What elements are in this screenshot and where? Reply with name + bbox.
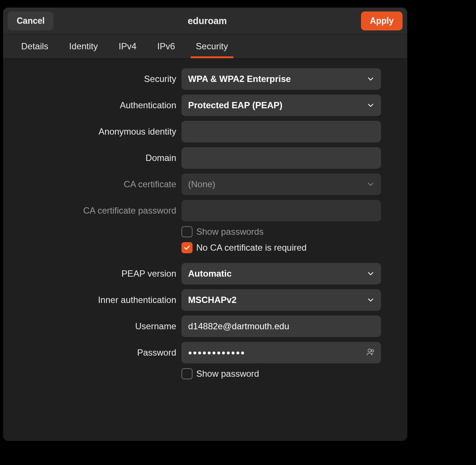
ca-certificate-select[interactable]: (None)	[181, 174, 381, 195]
tab-ipv4[interactable]: IPv4	[108, 34, 147, 58]
tab-security[interactable]: Security	[186, 34, 239, 58]
chevron-down-icon	[367, 270, 374, 277]
authentication-value: Protected EAP (PEAP)	[188, 100, 282, 111]
svg-point-1	[371, 350, 374, 352]
password-input[interactable]: ●●●●●●●●●●●●	[181, 342, 381, 363]
apply-button[interactable]: Apply	[361, 11, 403, 30]
peap-version-value: Automatic	[188, 268, 232, 279]
inner-auth-value: MSCHAPv2	[188, 295, 237, 305]
security-select[interactable]: WPA & WPA2 Enterprise	[181, 68, 381, 90]
security-form: Security WPA & WPA2 Enterprise Authentic…	[3, 59, 407, 441]
show-passwords-label[interactable]: Show passwords	[196, 227, 263, 237]
security-label: Security	[29, 74, 181, 84]
chevron-down-icon	[367, 75, 374, 83]
ca-cert-password-input	[181, 200, 381, 221]
tab-ipv6[interactable]: IPv6	[147, 34, 186, 58]
tab-identity[interactable]: Identity	[59, 34, 108, 58]
inner-auth-label: Inner authentication	[29, 295, 181, 305]
ca-certificate-label: CA certificate	[29, 179, 181, 189]
username-input[interactable]: d14882e@dartmouth.edu	[181, 316, 381, 337]
inner-auth-select[interactable]: MSCHAPv2	[181, 289, 381, 311]
store-password-icon[interactable]	[366, 347, 375, 358]
tab-details[interactable]: Details	[11, 34, 59, 58]
chevron-down-icon	[367, 181, 374, 188]
dialog-title: eduroam	[188, 16, 227, 26]
domain-label: Domain	[29, 153, 181, 163]
ca-certificate-value: (None)	[188, 179, 215, 189]
show-passwords-checkbox[interactable]	[181, 226, 193, 237]
peap-version-select[interactable]: Automatic	[181, 263, 381, 284]
username-label: Username	[29, 321, 181, 332]
cancel-button[interactable]: Cancel	[8, 11, 53, 30]
domain-input[interactable]	[181, 147, 381, 169]
authentication-select[interactable]: Protected EAP (PEAP)	[181, 95, 381, 116]
show-password-label[interactable]: Show password	[196, 369, 259, 379]
ca-cert-password-label: CA certificate password	[29, 205, 181, 216]
peap-version-label: PEAP version	[29, 268, 181, 279]
password-label: Password	[29, 347, 181, 358]
chevron-down-icon	[367, 296, 374, 304]
authentication-label: Authentication	[29, 100, 181, 111]
wifi-settings-dialog: Cancel eduroam Apply Details Identity IP…	[3, 7, 407, 441]
dialog-header: Cancel eduroam Apply	[3, 8, 407, 34]
no-ca-required-checkbox[interactable]	[181, 242, 193, 253]
no-ca-required-label[interactable]: No CA certificate is required	[196, 243, 306, 253]
chevron-down-icon	[367, 102, 374, 109]
svg-point-0	[368, 349, 371, 352]
security-value: WPA & WPA2 Enterprise	[188, 74, 291, 84]
show-password-checkbox[interactable]	[181, 368, 193, 379]
anonymous-identity-label: Anonymous identity	[29, 126, 181, 137]
tab-bar: Details Identity IPv4 IPv6 Security	[3, 34, 407, 59]
anonymous-identity-input[interactable]	[181, 121, 381, 142]
